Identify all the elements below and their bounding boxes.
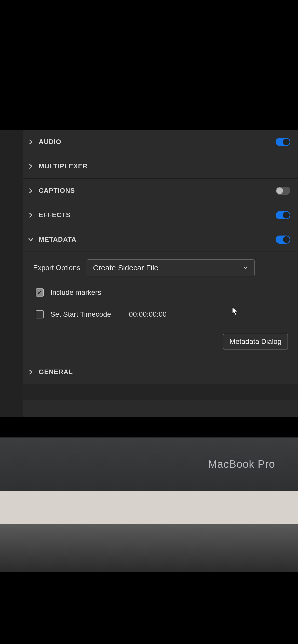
laptop-bezel: MacBook Pro bbox=[0, 437, 298, 491]
metadata-body: Export Options Create Sidecar File Inclu… bbox=[23, 252, 298, 360]
effects-toggle[interactable] bbox=[276, 211, 290, 219]
section-audio[interactable]: AUDIO bbox=[23, 130, 298, 154]
audio-toggle[interactable] bbox=[276, 138, 290, 146]
export-options-dropdown[interactable]: Create Sidecar File bbox=[87, 259, 255, 276]
chevron-right-icon bbox=[28, 187, 34, 194]
laptop-base bbox=[0, 524, 298, 572]
include-markers-row: Include markers bbox=[33, 288, 288, 297]
device-brand: MacBook Pro bbox=[208, 458, 275, 470]
export-options-value: Create Sidecar File bbox=[93, 264, 158, 272]
section-label: MULTIPLEXER bbox=[39, 162, 88, 170]
section-effects[interactable]: EFFECTS bbox=[23, 203, 298, 227]
metadata-button-row: Metadata Dialog bbox=[33, 334, 288, 349]
section-label: CAPTIONS bbox=[39, 187, 75, 195]
section-metadata[interactable]: METADATA bbox=[23, 227, 298, 252]
metadata-dialog-button[interactable]: Metadata Dialog bbox=[223, 334, 288, 349]
chevron-right-icon bbox=[28, 163, 34, 170]
section-label: AUDIO bbox=[39, 138, 61, 146]
chevron-right-icon bbox=[28, 139, 34, 145]
left-margin bbox=[0, 130, 23, 417]
section-label: GENERAL bbox=[39, 368, 73, 376]
export-options-label: Export Options bbox=[33, 264, 87, 272]
section-multiplexer[interactable]: MULTIPLEXER bbox=[23, 154, 298, 179]
section-label: EFFECTS bbox=[39, 211, 71, 219]
export-settings-screen: AUDIO MULTIPLEXER CAPTIONS EFFECTS bbox=[0, 130, 298, 417]
metadata-toggle[interactable] bbox=[276, 236, 290, 244]
set-start-timecode-label: Set Start Timecode bbox=[50, 310, 111, 318]
section-label: METADATA bbox=[39, 236, 76, 243]
panel-gap bbox=[23, 384, 298, 400]
laptop-hinge bbox=[0, 491, 298, 524]
captions-toggle[interactable] bbox=[276, 187, 290, 195]
include-markers-label: Include markers bbox=[50, 288, 101, 297]
chevron-down-icon bbox=[28, 236, 34, 243]
chevron-right-icon bbox=[28, 212, 34, 218]
set-start-timecode-row: Set Start Timecode 00:00:00:00 bbox=[33, 310, 288, 318]
section-captions[interactable]: CAPTIONS bbox=[23, 179, 298, 203]
export-options-row: Export Options Create Sidecar File bbox=[33, 259, 288, 276]
settings-panel: AUDIO MULTIPLEXER CAPTIONS EFFECTS bbox=[23, 130, 298, 417]
include-markers-checkbox[interactable] bbox=[36, 288, 44, 297]
section-general[interactable]: GENERAL bbox=[23, 360, 298, 384]
chevron-down-icon bbox=[243, 265, 248, 271]
set-start-timecode-checkbox[interactable] bbox=[36, 310, 44, 318]
chevron-right-icon bbox=[28, 369, 34, 375]
start-timecode-value: 00:00:00:00 bbox=[129, 310, 167, 318]
